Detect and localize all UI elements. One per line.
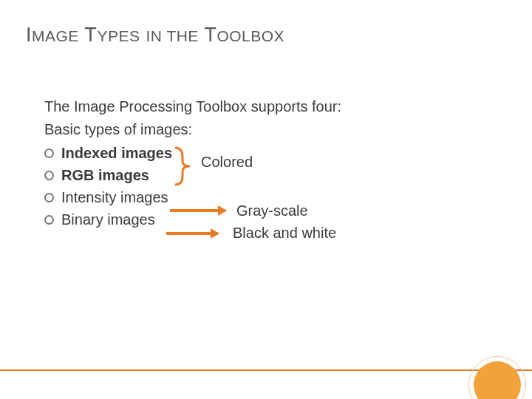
label-grayscale: Gray-scale (236, 202, 308, 219)
bullet-icon (44, 193, 54, 202)
intro-line-1: The Image Processing Toolbox supports fo… (44, 96, 488, 117)
intro-line-2: Basic types of images: (44, 119, 488, 140)
corner-circle-decoration (468, 356, 526, 399)
label-colored: Colored (201, 154, 253, 171)
slide: IMAGE TYPES IN THE TOOLBOX The Image Pro… (0, 0, 532, 399)
bullet-icon (44, 215, 54, 225)
bullet-indexed: Indexed images (44, 142, 488, 164)
bullet-icon (44, 171, 54, 180)
bullet-text: Indexed images (61, 143, 172, 164)
bullet-text: Intensity images (61, 187, 168, 208)
bullet-text: RGB images (61, 165, 149, 186)
bullet-text: Binary images (61, 209, 155, 231)
label-black-white: Black and white (233, 225, 336, 242)
bullet-rgb: RGB images (44, 164, 488, 186)
slide-title: IMAGE TYPES IN THE TOOLBOX (26, 24, 284, 47)
bullet-icon (44, 149, 54, 158)
arrow-icon (170, 209, 225, 212)
bottom-rule (0, 369, 532, 371)
arrow-icon (166, 232, 218, 235)
brace-icon (174, 146, 193, 186)
